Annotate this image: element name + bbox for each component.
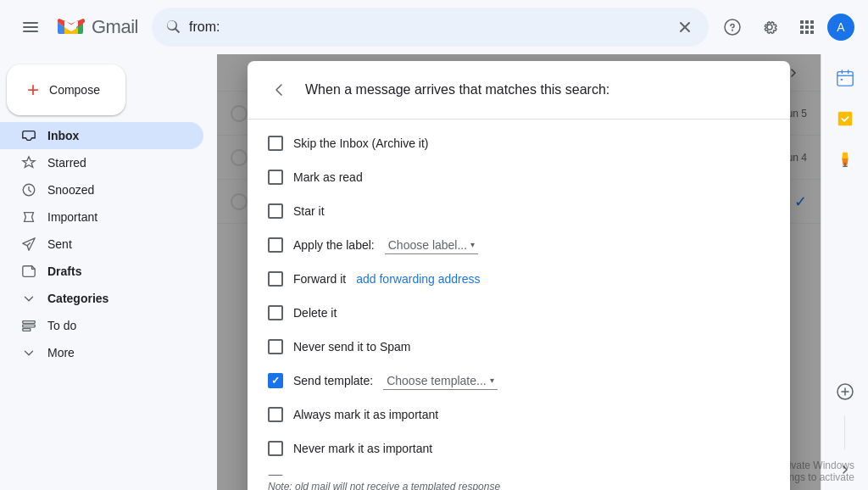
note-section: Note: old mail will not receive a templa… — [248, 476, 790, 490]
filter-row-categorize: Categorize as: Choose category... ▾ — [268, 465, 770, 476]
apply-label-checkbox[interactable] — [268, 237, 283, 253]
apps-button[interactable] — [790, 10, 824, 44]
svg-rect-8 — [810, 20, 814, 24]
chevron-down-icon: ▾ — [490, 376, 494, 385]
filter-row-always-important: Always mark it as important — [268, 398, 770, 432]
search-bar — [152, 8, 709, 47]
app-header: Gmail — [0, 0, 868, 54]
filter-row-forward-it: Forward it add forwarding address — [268, 262, 770, 296]
important-label: Important — [47, 210, 190, 224]
delete-it-label: Delete it — [293, 306, 337, 320]
more-label: More — [47, 346, 190, 359]
svg-rect-10 — [805, 25, 809, 29]
filter-row-never-spam: Never send it to Spam — [268, 330, 770, 364]
sidebar-item-starred[interactable]: Starred — [0, 149, 203, 176]
starred-label: Starred — [47, 156, 190, 170]
svg-rect-20 — [840, 79, 843, 81]
categorize-checkbox[interactable] — [268, 475, 283, 476]
compose-button[interactable]: + Compose — [7, 64, 125, 115]
svg-rect-7 — [805, 20, 809, 24]
sidebar-item-sent[interactable]: Sent — [0, 231, 203, 258]
never-important-label: Never mark it as important — [293, 442, 432, 455]
mark-read-label: Mark as read — [293, 170, 363, 184]
more-icon — [20, 344, 37, 361]
delete-it-checkbox[interactable] — [268, 305, 283, 320]
svg-rect-2 — [23, 31, 38, 32]
drafts-label: Drafts — [47, 264, 190, 278]
sent-label: Sent — [47, 237, 190, 251]
menu-button[interactable] — [14, 10, 47, 44]
sidebar-item-todo[interactable]: To do — [0, 312, 203, 339]
label-dropdown[interactable]: Choose label... ▾ — [385, 237, 478, 254]
sidebar-item-inbox[interactable]: Inbox — [0, 122, 203, 149]
sidebar-item-more[interactable]: More — [0, 339, 203, 366]
avatar[interactable]: A — [827, 14, 854, 41]
send-template-checkbox[interactable] — [268, 373, 283, 388]
clock-icon — [20, 181, 37, 198]
svg-rect-16 — [23, 321, 35, 324]
filter-row-mark-read: Mark as read — [268, 160, 770, 194]
svg-rect-19 — [837, 72, 852, 86]
gmail-text: Gmail — [92, 16, 138, 38]
svg-rect-12 — [800, 31, 804, 34]
inbox-label: Inbox — [47, 129, 190, 142]
todo-label: To do — [47, 319, 190, 332]
keep-app-button[interactable] — [828, 142, 862, 176]
filter-row-never-important: Never mark it as important — [268, 432, 770, 465]
star-icon — [20, 154, 37, 171]
svg-rect-9 — [800, 25, 804, 29]
template-dropdown-text: Choose template... — [387, 374, 487, 387]
svg-rect-18 — [23, 329, 31, 331]
skip-inbox-checkbox[interactable] — [268, 136, 283, 151]
search-input[interactable] — [189, 19, 668, 35]
todo-icon — [20, 317, 37, 334]
back-button[interactable] — [264, 75, 295, 105]
draft-icon — [20, 263, 37, 280]
filter-row-apply-label: Apply the label: Choose label... ▾ — [268, 228, 770, 262]
categories-label: Categories — [47, 292, 190, 305]
apply-label-text: Apply the label: — [293, 238, 375, 252]
add-forwarding-link[interactable]: add forwarding address — [356, 272, 480, 286]
sidebar: + Compose Inbox Starred — [0, 54, 217, 490]
help-button[interactable] — [715, 10, 749, 44]
always-important-checkbox[interactable] — [268, 407, 283, 422]
main-content: ☆ Jun 5 ☆ Jun 4 ☆ May 7 — [217, 54, 868, 490]
label-dropdown-text: Choose label... — [388, 238, 467, 252]
sidebar-item-drafts[interactable]: Drafts — [0, 258, 203, 285]
sidebar-item-snoozed[interactable]: Snoozed — [0, 176, 203, 203]
skip-inbox-label: Skip the Inbox (Archive it) — [293, 136, 429, 150]
mark-read-checkbox[interactable] — [268, 170, 283, 185]
never-important-checkbox[interactable] — [268, 441, 283, 456]
template-dropdown[interactable]: Choose template... ▾ — [383, 372, 498, 390]
svg-rect-0 — [23, 22, 38, 24]
header-icons: A — [715, 10, 854, 44]
category-dropdown[interactable]: Choose category... ▾ — [380, 474, 492, 476]
chevron-down-icon: ▾ — [470, 240, 475, 249]
settings-button[interactable] — [753, 10, 787, 44]
star-it-checkbox[interactable] — [268, 203, 283, 219]
never-spam-checkbox[interactable] — [268, 339, 283, 354]
filter-row-send-template: Send template: Choose template... ▾ — [268, 364, 770, 398]
svg-point-5 — [732, 31, 733, 31]
expand-right-button[interactable] — [832, 456, 859, 483]
add-side-app-button[interactable] — [828, 375, 862, 409]
filter-row-delete-it: Delete it — [268, 296, 770, 330]
side-apps-panel — [821, 54, 868, 490]
dialog-header: When a message arrives that matches this… — [248, 61, 790, 120]
clear-search-button[interactable] — [675, 17, 695, 37]
filter-dialog: When a message arrives that matches this… — [248, 61, 790, 490]
forward-it-checkbox[interactable] — [268, 271, 283, 287]
tasks-app-button[interactable] — [828, 102, 862, 136]
dialog-title: When a message arrives that matches this… — [305, 82, 609, 97]
calendar-app-button[interactable] — [828, 61, 862, 95]
dialog-overlay: When a message arrives that matches this… — [217, 54, 821, 490]
svg-rect-13 — [805, 31, 809, 34]
sidebar-item-important[interactable]: Important — [0, 203, 203, 231]
filter-row-star-it: Star it — [268, 194, 770, 228]
compose-label: Compose — [49, 83, 100, 97]
gmail-logo: Gmail — [54, 10, 138, 44]
send-icon — [20, 236, 37, 253]
inbox-icon — [20, 127, 37, 144]
sidebar-item-categories[interactable]: Categories — [0, 285, 203, 312]
forward-it-label: Forward it — [293, 272, 346, 286]
